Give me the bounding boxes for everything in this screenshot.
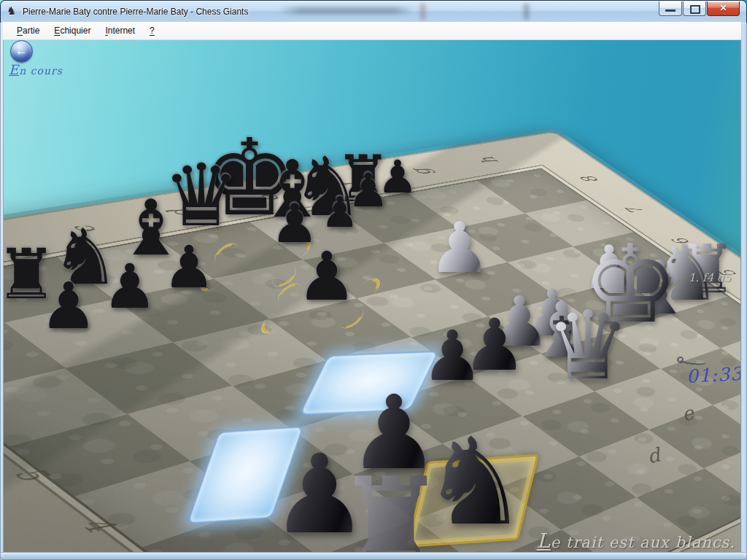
menu-item-internet[interactable]: Internet [98, 23, 142, 38]
black-pawn[interactable]: ♟ [40, 274, 98, 338]
game-status-label: En cours [9, 62, 63, 77]
window-border-left[interactable] [0, 22, 4, 560]
turn-message: Le trait est aux blancs. [537, 529, 735, 552]
move-list: 1. f4 d5 [689, 271, 731, 284]
glass-reflection [421, 4, 425, 20]
minimize-icon [665, 9, 676, 12]
minimize-button[interactable] [659, 1, 682, 16]
game-viewport: 8877665544332211hgfedcba ♟♜♟♚♝♞♟♛♟♝♟♞♟♟♜… [0, 0, 747, 560]
white-queen[interactable]: ♛ [546, 298, 631, 393]
back-button[interactable]: ← [10, 40, 33, 63]
dragged-rook-ghost[interactable]: ♜ [334, 461, 449, 560]
menu-item-help[interactable]: ? [143, 23, 161, 38]
menubar: PartieEchiquierInternet? [3, 22, 741, 40]
window-title: Pierre-Marie Baty contre Pierre-Marie Ba… [23, 7, 248, 17]
window-border-bottom[interactable] [0, 552, 747, 560]
window-border-right[interactable] [740, 22, 747, 560]
chess-giants-window: { "window": { "title": "Pierre-Marie Bat… [0, 0, 747, 560]
black-pawn[interactable]: ♟ [102, 256, 157, 317]
white-pawn[interactable]: ♟ [428, 213, 491, 283]
titlebar[interactable]: ♞ Pierre-Marie Baty contre Pierre-Marie … [0, 0, 747, 23]
menu-item-partie[interactable]: Partie [10, 23, 46, 38]
menu-item-echiquier[interactable]: Echiquier [47, 23, 97, 38]
app-icon: ♞ [7, 5, 16, 17]
glass-reflection [279, 7, 414, 14]
black-pawn[interactable]: ♟ [321, 191, 359, 233]
black-pawn[interactable]: ♟ [163, 238, 215, 297]
game-timer: 01:33 [686, 363, 743, 387]
glass-reflection [525, 4, 528, 20]
black-pawn[interactable]: ♟ [297, 244, 357, 311]
maximize-button[interactable] [683, 1, 706, 16]
close-button[interactable]: ✕ [707, 1, 740, 16]
maximize-icon [690, 5, 700, 14]
